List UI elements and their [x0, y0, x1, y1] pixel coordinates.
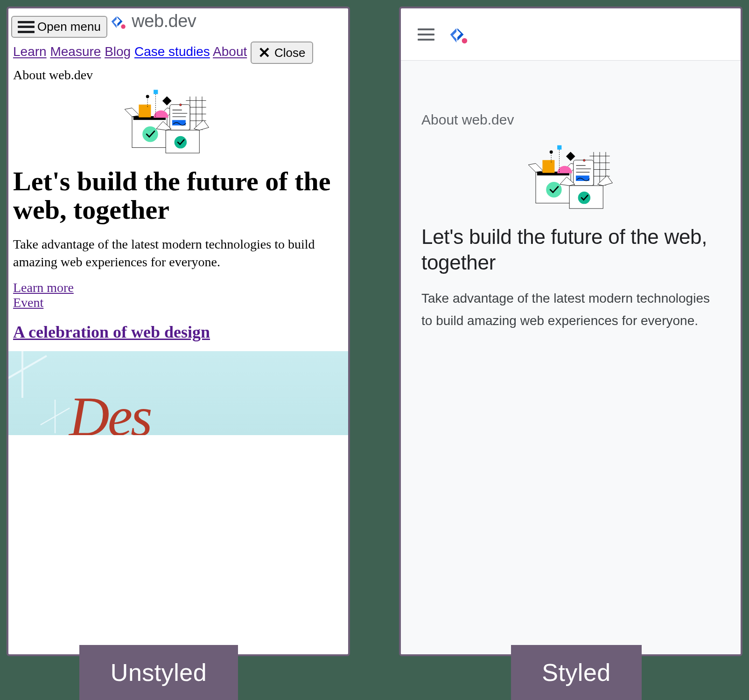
event-link[interactable]: Event [13, 295, 43, 310]
webdev-logo-icon [109, 13, 127, 30]
styled-hero-image [421, 140, 720, 210]
hero-illustration [13, 84, 321, 154]
unstyled-eyebrow: About web.dev [8, 68, 348, 84]
unstyled-toolbar: Open menu web.dev [8, 8, 348, 41]
webdev-logo-icon[interactable] [448, 24, 469, 45]
unstyled-link-list: Learn more Event [8, 280, 348, 314]
nav-about[interactable]: About [213, 45, 247, 59]
hero-illustration [440, 140, 701, 210]
brand-name: web.dev [132, 11, 196, 31]
hamburger-icon [18, 21, 35, 33]
nav-learn[interactable]: Learn [13, 45, 47, 59]
styled-body: About web.dev Let's build the future of … [401, 61, 741, 654]
unstyled-heading: Let's build the future of the web, toget… [8, 156, 348, 233]
unstyled-viewport: Open menu web.dev Learn Measure Blog Cas… [7, 7, 350, 656]
unstyled-subheading: A celebration of web design [8, 314, 348, 347]
open-menu-button[interactable]: Open menu [11, 16, 107, 38]
brand-lockup: web.dev [109, 11, 196, 31]
styled-viewport: About web.dev Let's build the future of … [399, 7, 742, 656]
nav-case-studies[interactable]: Case studies [134, 45, 210, 59]
learn-more-link[interactable]: Learn more [13, 280, 74, 295]
unstyled-article-image: Des [8, 351, 348, 435]
decorative-script: Des [69, 385, 151, 435]
nav-measure[interactable]: Measure [50, 45, 101, 59]
label-unstyled: Unstyled [79, 645, 238, 700]
styled-paragraph: Take advantage of the latest modern tech… [421, 287, 720, 332]
styled-heading: Let's build the future of the web, toget… [421, 224, 720, 275]
hamburger-icon[interactable] [418, 28, 434, 41]
styled-header [401, 8, 741, 61]
styled-eyebrow: About web.dev [421, 112, 720, 128]
unstyled-paragraph: Take advantage of the latest modern tech… [8, 233, 348, 280]
open-menu-label: Open menu [37, 20, 101, 34]
unstyled-hero-image [8, 84, 348, 156]
close-label: Close [274, 46, 305, 60]
close-menu-button[interactable]: ✕ Close [251, 42, 313, 64]
nav-blog[interactable]: Blog [105, 45, 131, 59]
unstyled-nav: Learn Measure Blog Case studies About ✕ … [8, 41, 348, 68]
label-styled: Styled [511, 645, 642, 700]
close-icon: ✕ [258, 45, 271, 60]
celebration-link[interactable]: A celebration of web design [13, 323, 210, 341]
